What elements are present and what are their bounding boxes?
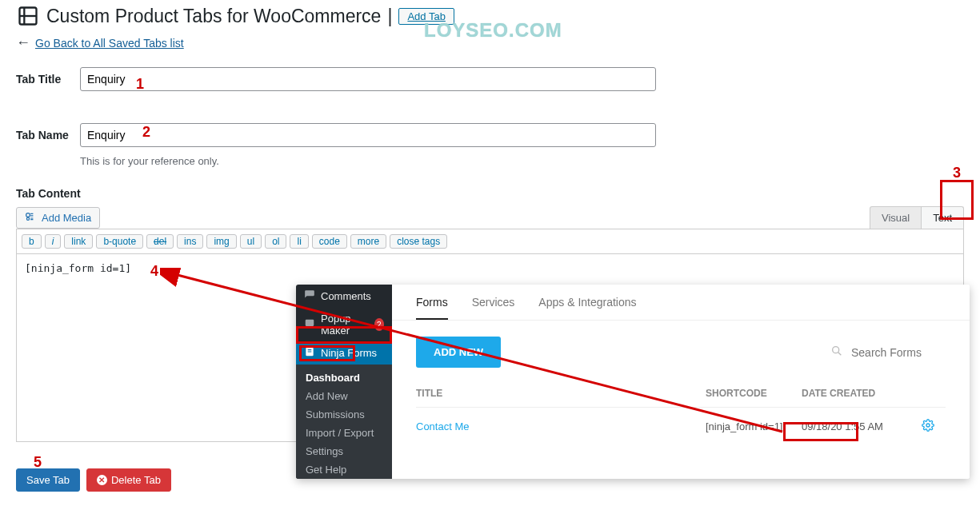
page-title: Custom Product Tabs for WooCommerce [46, 6, 381, 27]
back-link[interactable]: Go Back to All Saved Tabs list [35, 37, 184, 50]
qt-b[interactable]: b [22, 234, 42, 249]
svg-rect-5 [306, 319, 314, 325]
qt-bquote[interactable]: b-quote [96, 234, 143, 249]
qt-code[interactable]: code [312, 234, 347, 249]
nf-row-shortcode: [ninja_form id=1] [706, 420, 802, 432]
gear-icon[interactable] [922, 419, 946, 434]
delete-tab-label: Delete Tab [111, 474, 161, 486]
submenu-submissions[interactable]: Submissions [296, 405, 392, 424]
add-media-button[interactable]: Add Media [16, 207, 100, 229]
qt-li[interactable]: li [290, 234, 308, 249]
nf-search[interactable] [830, 345, 946, 360]
search-icon [830, 345, 843, 360]
qt-ul[interactable]: ul [240, 234, 262, 249]
col-title: TITLE [416, 388, 706, 399]
editor-tab-visual[interactable]: Visual [870, 206, 922, 229]
svg-point-3 [26, 213, 30, 217]
qt-link[interactable]: link [64, 234, 93, 249]
nf-tab-forms[interactable]: Forms [416, 293, 448, 320]
nf-row-date: 09/18/20 1:55 AM [802, 420, 922, 432]
qt-closetags[interactable]: close tags [390, 234, 447, 249]
save-tab-button[interactable]: Save Tab [16, 468, 80, 492]
nf-table-header: TITLE SHORTCODE DATE CREATED [416, 388, 946, 407]
popup-icon [304, 318, 315, 332]
tab-name-label: Tab Name [16, 129, 80, 141]
submenu-get-help[interactable]: Get Help [296, 460, 392, 479]
popup-count-badge: 2 [374, 318, 384, 331]
sidebar-label-ninja: Ninja Forms [321, 347, 377, 359]
submenu-add-new[interactable]: Add New [296, 387, 392, 405]
nf-search-input[interactable] [850, 345, 946, 360]
tab-name-help: This is for your reference only. [80, 155, 964, 167]
nf-add-new-button[interactable]: ADD NEW [416, 337, 501, 368]
nf-tab-apps[interactable]: Apps & Integrations [538, 293, 636, 320]
submenu-settings[interactable]: Settings [296, 442, 392, 460]
editor-tab-text[interactable]: Text [921, 206, 964, 229]
qt-i[interactable]: i [45, 234, 62, 249]
comments-icon [304, 289, 315, 303]
delete-icon: ✕ [97, 475, 107, 485]
ninja-forms-dashboard: Forms Services Apps & Integrations ADD N… [392, 285, 970, 479]
nf-tab-services[interactable]: Services [472, 293, 515, 320]
tab-title-input[interactable] [80, 67, 656, 91]
sidebar-item-ninja-forms[interactable]: Ninja Forms [296, 341, 392, 365]
tab-content-label: Tab Content [16, 187, 964, 200]
title-separator: | [387, 6, 392, 27]
svg-point-4 [26, 217, 29, 220]
svg-point-11 [926, 424, 930, 427]
film-icon [16, 4, 40, 28]
add-media-label: Add Media [42, 212, 91, 224]
submenu-import-export[interactable]: Import / Export [296, 424, 392, 442]
qt-ol[interactable]: ol [265, 234, 286, 249]
qt-del[interactable]: del [146, 234, 174, 249]
sidebar-item-popup-maker[interactable]: Popup Maker 2 [296, 308, 392, 341]
svg-line-10 [838, 353, 842, 356]
form-icon [304, 346, 315, 360]
qt-ins[interactable]: ins [177, 234, 203, 249]
tab-title-label: Tab Title [16, 73, 80, 86]
nf-table-row: Contact Me [ninja_form id=1] 09/18/20 1:… [416, 407, 946, 445]
wp-admin-sidebar: Comments Popup Maker 2 Ninja Forms Dashb… [296, 285, 392, 479]
sidebar-label-popup: Popup Maker [321, 313, 369, 337]
svg-point-9 [833, 347, 839, 353]
qt-img[interactable]: img [206, 234, 236, 249]
col-shortcode: SHORTCODE [706, 388, 802, 399]
col-date: DATE CREATED [802, 388, 922, 399]
delete-tab-button[interactable]: ✕ Delete Tab [86, 468, 171, 492]
annotation-3: 3 [953, 165, 961, 181]
overlay-panel: Comments Popup Maker 2 Ninja Forms Dashb… [296, 285, 970, 479]
sidebar-label-comments: Comments [321, 290, 371, 302]
back-arrow-icon: ← [16, 34, 30, 51]
sidebar-item-comments[interactable]: Comments [296, 285, 392, 308]
submenu-dashboard[interactable]: Dashboard [296, 369, 392, 387]
tab-name-input[interactable] [80, 123, 656, 147]
nf-row-title[interactable]: Contact Me [416, 420, 706, 432]
media-icon [25, 212, 38, 224]
qt-more[interactable]: more [350, 234, 386, 249]
sidebar-submenu: Dashboard Add New Submissions Import / E… [296, 365, 392, 479]
quicktags-toolbar: b i link b-quote del ins img ul ol li co… [16, 229, 964, 253]
add-tab-button[interactable]: Add Tab [398, 8, 454, 25]
